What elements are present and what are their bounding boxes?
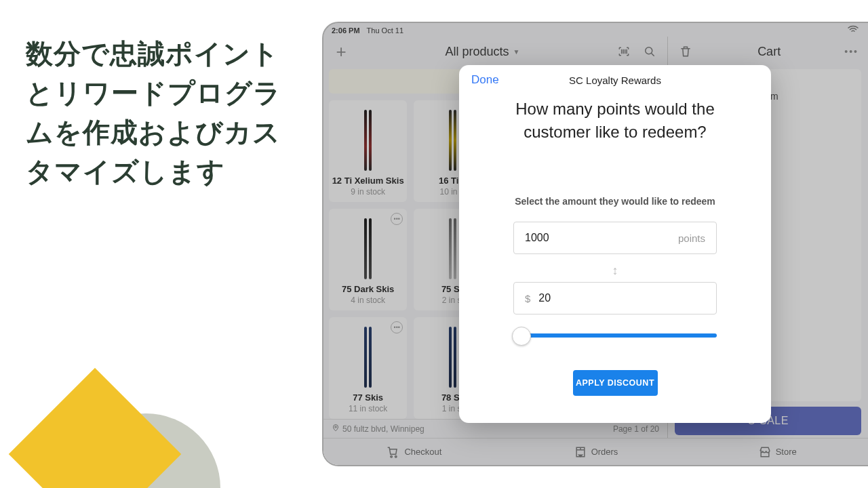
currency-input[interactable]: $ 20 — [513, 282, 717, 314]
marketing-panel: 数分で忠誠ポイントとリワードプログラムを作成およびカスタマイズします — [0, 0, 322, 488]
slider-track — [513, 333, 717, 338]
apply-discount-label: APPLY DISCOUNT — [576, 378, 654, 388]
modal-title: SC Loyalty Rewards — [459, 75, 771, 86]
modal-question: How many points would the customer like … — [459, 95, 771, 143]
points-input[interactable]: 1000 points — [513, 222, 717, 254]
modal-header: Done SC Loyalty Rewards — [459, 65, 771, 95]
swap-icon[interactable]: ↕ — [459, 264, 771, 278]
slider-thumb[interactable] — [512, 327, 531, 346]
points-value: 1000 — [525, 232, 678, 244]
decorative-diamond — [9, 368, 182, 488]
currency-prefix: $ — [525, 293, 530, 304]
tablet-frame: 2:06 PM Thu Oct 11 + All products ▼ — [322, 22, 868, 466]
redeem-modal: Done SC Loyalty Rewards How many points … — [459, 65, 771, 423]
modal-subtitle: Select the amount they would like to red… — [459, 196, 771, 207]
marketing-headline: 数分で忠誠ポイントとリワードプログラムを作成およびカスタマイズします — [26, 34, 303, 191]
points-suffix: points — [678, 232, 705, 244]
done-button[interactable]: Done — [471, 73, 499, 87]
currency-value: 20 — [538, 292, 705, 304]
apply-discount-button[interactable]: APPLY DISCOUNT — [573, 370, 658, 396]
redeem-slider[interactable] — [513, 327, 717, 343]
